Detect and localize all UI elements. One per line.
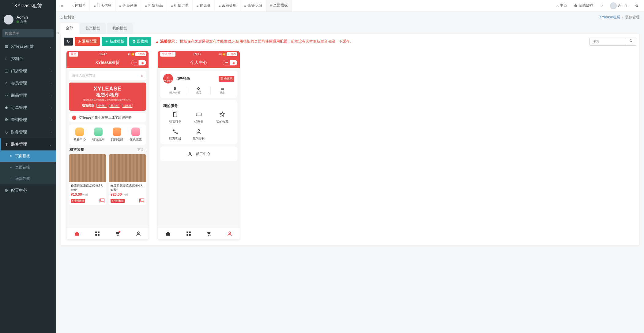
gear-icon: ⚙ [4,188,9,193]
toptab-pagetemplate[interactable]: ≡页面模板 [266,0,292,11]
svg-rect-15 [189,231,190,233]
signal-icon: ▮▯ [128,53,130,56]
nav-order[interactable]: ◆订单管理‹ [0,102,56,114]
decorate-icon: ◫ [4,142,9,147]
nav-marketing[interactable]: ⚙营销管理‹ [0,114,56,126]
signal-icon: ▮▯ [219,53,222,56]
warning-text: ▲ 温馨提示： 模板保存之后需要发布才能生效,未使用模板的页面均使用通用配置，前… [155,39,353,44]
subnav-page-template[interactable]: ≡页面模板 [0,150,56,162]
subtab-home-template[interactable]: 首页模板 [80,23,106,34]
toptab-storeinfo[interactable]: ≡门店信息 [90,0,115,11]
nav-goods[interactable]: ▱商品管理‹ [0,89,56,102]
home-icon: ⌂ [556,4,559,8]
nav-config[interactable]: ⚙配置中心 [0,184,56,197]
toptab-withdraw[interactable]: ≡余额提现 [215,0,240,11]
stat-item: 0账户余额 [163,87,187,95]
recharge-icon [131,128,140,136]
topright-user[interactable]: Admin [608,2,631,9]
avatar-icon: ⌂XYLEASE [163,74,173,83]
phone-title-bar: 个人中心 •••◉ [158,57,240,68]
template-card-me[interactable]: 个人中心 09:17 ▮▯📶已发布 个人中心 •••◉ ⌂XYLEASE [157,51,240,240]
search-icon: ⌕ [141,74,143,77]
user-icon: ○ [4,81,9,86]
toolbar-search-input[interactable] [589,38,626,46]
nav-root[interactable]: ▦XYlease租赁⌄ [0,40,56,53]
phone-title-bar: XYlease租赁 •••◉ [66,57,149,68]
crumb-left[interactable]: 控制台 [64,15,75,20]
status-time: 16:47 [99,53,107,56]
qr-icon: ▦ [220,77,224,80]
new-template-button[interactable]: ＋新建模板 [102,37,127,46]
nav-console[interactable]: ⌂控制台 [0,53,56,65]
svg-rect-11 [196,113,201,116]
quick-item: 领券中心 [73,128,86,142]
subnav-bottom-nav[interactable]: ≡底部导航 [0,173,56,184]
svg-point-18 [229,232,231,234]
template-card-home[interactable]: 首页 16:47 ▮▯📶已发布 XYlease租赁 •••◉ 请输入搜索内容⌕ … [66,51,149,240]
miniapp-capsule: •••◉ [223,60,237,65]
subtab-all[interactable]: 全部 [60,23,79,34]
toptab-coupon[interactable]: ≡优惠券 [193,0,215,11]
plus-icon: ＋ [105,39,108,44]
svc-item: 我的收藏 [211,111,234,124]
toptab-balance[interactable]: ≡余额明细 [240,0,266,11]
miniapp-capsule: •••◉ [131,60,146,65]
recharge-icon: ⟳ [187,87,211,91]
status-time: 09:17 [194,53,201,56]
svg-rect-17 [189,234,190,235]
nav-store[interactable]: ▢门店管理‹ [0,65,56,77]
product-card: 晚霞日落家庭房帐篷4人套餐 ¥20.00/小时 5 小时起租 [109,154,146,205]
svg-rect-14 [186,231,188,233]
svg-rect-7 [98,234,99,235]
nav-decorate[interactable]: ◫装修管理⌄ [0,138,56,150]
general-config-button[interactable]: ⊘通用配置 [75,37,100,46]
more-link: 更多 › [137,148,145,152]
toolbar-search-button[interactable] [626,38,636,46]
topright-clearcache[interactable]: 🗑清除缓存 [571,3,596,8]
crumb-site[interactable]: XYlease租赁 [599,15,620,19]
subtab-my-template[interactable]: 我的模板 [107,23,133,34]
staff-icon [187,151,193,157]
recycle-icon: ♻ [132,39,136,44]
toptab-goods[interactable]: ≡租赁商品 [141,0,167,11]
subnav-page-link[interactable]: ≡页面链接 [0,162,56,173]
topright-home[interactable]: ⌂主页 [554,3,570,8]
hamburger-icon[interactable]: ≡ [56,0,68,11]
sidebar-search-input[interactable] [2,29,53,37]
svg-rect-4 [95,231,97,233]
refresh-button[interactable]: ↻ [64,38,73,46]
svg-rect-16 [186,234,188,235]
stat-item: ▭钱包 [210,87,234,95]
user-panel: Admin 在线 [0,12,56,28]
section-header: 租赁套餐更多 › [70,147,145,152]
phone-tabbar [158,227,240,239]
nav-member[interactable]: ○会员管理‹ [0,77,56,89]
recycle-button[interactable]: ♻回收站 [129,37,151,46]
avatar[interactable] [4,15,13,24]
topright-fullscreen[interactable]: ⤢ [598,4,606,8]
chevron-left-icon: ‹ [51,118,52,122]
tab-home-icon [158,228,178,239]
list-icon: ≡ [171,4,173,8]
nav-finance[interactable]: ◇财务管理‹ [0,126,56,138]
target-icon: ◉ [230,60,237,65]
profile-icon [195,128,202,135]
login-text: 点击登录 [175,76,190,81]
list-icon: ≡ [244,4,246,8]
top-tabs: ⌂控制台 ≡门店信息 ≡会员列表 ≡租赁商品 ≡租赁订单 ≡优惠券 ≡余额提现 … [68,0,292,11]
phone-statusbar: 个人中心 09:17 ▮▯📶已发布 [158,51,240,57]
toptab-memberlist[interactable]: ≡会员列表 [115,0,141,11]
svg-point-2 [630,40,632,42]
phone-notice: XYlease租赁小程序上线了欢迎体验 [69,113,146,122]
sidebar-search[interactable] [2,29,54,37]
toptab-console[interactable]: ⌂控制台 [68,0,90,11]
topright-settings[interactable]: ⚙ [633,4,641,8]
publish-badge: 已发布 [135,52,146,56]
brand-title[interactable]: XYlease租赁 [0,0,56,12]
speaker-icon [72,116,76,120]
toptab-orders[interactable]: ≡租赁订单 [167,0,193,11]
svg-rect-6 [95,234,97,235]
sub-tab-bar: 全部 首页模板 我的模板 [60,23,640,34]
member-code-button: ▦ 会员码 [219,76,234,82]
grid-icon: ▦ [4,44,9,49]
